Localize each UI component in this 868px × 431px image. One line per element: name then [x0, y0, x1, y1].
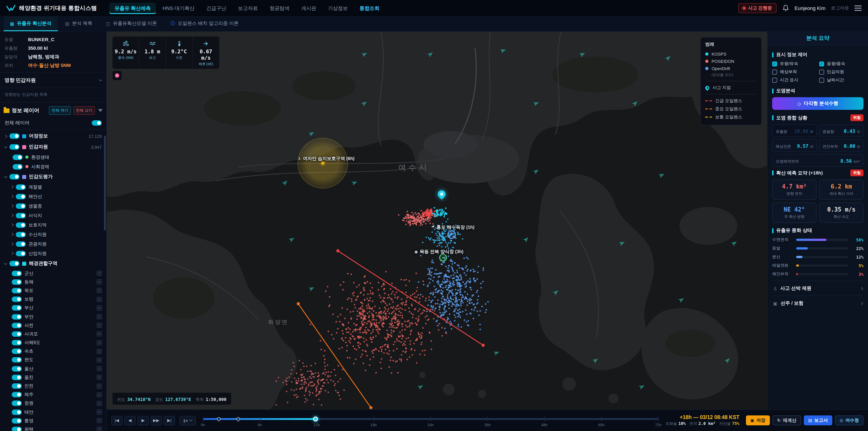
layer-toggle[interactable] — [13, 164, 23, 169]
station-row-인천[interactable]: 인천 — [0, 382, 106, 390]
station-row-보령[interactable]: 보령 — [0, 295, 106, 304]
station-row-태안[interactable]: 태안 — [0, 408, 106, 416]
layer-toggle[interactable] — [12, 401, 22, 406]
layer-toggle[interactable] — [12, 366, 22, 371]
layer-toggle[interactable] — [12, 418, 22, 424]
station-locate-button[interactable] — [97, 323, 102, 328]
layer-item-생물종[interactable]: 생물종 — [0, 201, 106, 211]
station-locate-button[interactable] — [97, 401, 102, 406]
incident-status-badge[interactable]: 사고 진행중 — [738, 3, 776, 13]
speed-selector[interactable]: 1× — [180, 415, 196, 425]
menu-item-보고자료[interactable]: 보고자료 — [233, 2, 263, 14]
재계산-button[interactable]: ↻재계산 — [773, 415, 801, 425]
display-option-예상부착[interactable]: 예상부착 — [772, 69, 816, 75]
station-locate-button[interactable] — [97, 349, 102, 354]
layer-toggle[interactable] — [12, 297, 22, 302]
layer-item-산업자원[interactable]: 산업자원 — [0, 249, 106, 258]
보고서-button[interactable]: ▤보고서 — [804, 415, 832, 425]
layer-group-해경관할구역[interactable]: 해경관할구역 — [0, 258, 106, 269]
layer-toggle[interactable] — [12, 357, 22, 363]
layer-group-민감자원[interactable]: 민감자원3,947 — [0, 142, 106, 152]
station-row-목포[interactable]: 목포 — [0, 286, 106, 295]
display-option-시간 표시[interactable]: 시간 표시 — [772, 77, 816, 83]
all-layers-on-button[interactable]: 전체 켜기 — [49, 106, 71, 115]
layer-item-해안선[interactable]: 해안선 — [0, 192, 106, 201]
beach-marker[interactable] — [447, 230, 456, 239]
layer-toggle[interactable] — [16, 213, 26, 218]
layer-group-민감도평가[interactable]: 민감도평가 — [0, 171, 106, 182]
layer-item-계절별[interactable]: 계절별 — [0, 182, 106, 192]
vessel-spec-section[interactable]: ⚓ 사고 선박 제원 — [772, 281, 864, 296]
station-locate-button[interactable] — [97, 297, 102, 302]
station-locate-button[interactable] — [97, 383, 102, 389]
station-row-완도[interactable]: 완도 — [0, 356, 106, 364]
farm-marker[interactable] — [439, 254, 447, 262]
layer-toggle[interactable] — [12, 271, 22, 276]
tab-오일펜스 배치 알고리즘 이론[interactable]: ⓘ오일펜스 배치 알고리즘 이론 — [164, 17, 245, 31]
layer-toggle[interactable] — [12, 340, 22, 345]
layer-toggle[interactable] — [12, 409, 22, 415]
station-row-서귀포[interactable]: 서귀포 — [0, 330, 106, 338]
menu-item-유출유 확산예측[interactable]: 유출유 확산예측 — [110, 2, 156, 14]
station-row-평택[interactable]: 평택 — [0, 425, 106, 431]
sidebar-scrollbar[interactable] — [104, 135, 106, 230]
filter-icon[interactable] — [98, 109, 103, 112]
app-logo[interactable]: 해양환경 위기대응 통합시스템 — [6, 4, 97, 12]
station-row-동해[interactable]: 동해 — [0, 278, 106, 286]
tab-유출유확산모델 이론[interactable]: ◫유출유확산모델 이론 — [100, 17, 163, 31]
layer-toggle[interactable] — [12, 349, 22, 354]
display-option-민감자원[interactable]: 민감자원 — [819, 69, 864, 75]
station-locate-button[interactable] — [97, 358, 102, 363]
station-locate-button[interactable] — [97, 306, 102, 311]
layer-toggle[interactable] — [16, 203, 26, 209]
station-row-울진[interactable]: 울진 — [0, 373, 106, 382]
station-locate-button[interactable] — [97, 427, 102, 431]
layer-item-보호지역[interactable]: 보호지역 — [0, 220, 106, 229]
sensitive-resource-toggle[interactable] — [112, 70, 122, 81]
layer-item-관광자원[interactable]: 관광자원 — [0, 239, 106, 249]
layer-toggle[interactable] — [13, 154, 23, 160]
layer-toggle[interactable] — [16, 241, 26, 247]
layer-toggle[interactable] — [16, 251, 26, 256]
station-row-군산[interactable]: 군산 — [0, 269, 106, 278]
layer-toggle[interactable] — [16, 232, 26, 237]
layer-item-수산자원[interactable]: 수산자원 — [0, 229, 106, 239]
저장-button[interactable]: ▣저장 — [746, 415, 770, 425]
layer-toggle[interactable] — [12, 427, 22, 431]
station-row-울산[interactable]: 울산 — [0, 364, 106, 373]
layer-toggle[interactable] — [16, 222, 26, 227]
menu-item-HNS·대기확산[interactable]: HNS·대기확산 — [158, 2, 199, 14]
station-row-부산[interactable]: 부산 — [0, 304, 106, 312]
tab-분석 목록[interactable]: ▤분석 목록 — [59, 17, 99, 31]
impact-section-header[interactable]: 영향 민감자원 — [0, 73, 106, 88]
menu-item-긴급구난[interactable]: 긴급구난 — [202, 2, 231, 14]
station-row-제주[interactable]: 제주 — [0, 390, 106, 399]
layer-toggle[interactable] — [12, 375, 22, 380]
layer-toggle[interactable] — [9, 133, 20, 139]
display-option-날짜시간[interactable]: 날짜시간 — [819, 77, 864, 83]
map[interactable]: 여수시화양면 ⚓ 여자만 습지보호구역 (6h) ☂ 홍포 해수욕장 (1h) — [107, 32, 767, 409]
notification-bell-icon[interactable] — [782, 4, 789, 12]
logout-button[interactable]: 로그아웃 — [831, 5, 849, 11]
user-name[interactable]: Eunjeong Kim — [795, 5, 826, 11]
menu-item-기상정보[interactable]: 기상정보 — [323, 2, 353, 14]
layer-item-서식지[interactable]: 서식지 — [0, 211, 106, 220]
layer-toggle[interactable] — [9, 174, 20, 180]
layer-toggle[interactable] — [12, 383, 22, 389]
polygon-analysis-button[interactable]: ◇ 다각형 분석수행 — [772, 97, 864, 110]
layer-toggle[interactable] — [12, 392, 22, 397]
station-locate-button[interactable] — [97, 332, 102, 337]
fence-deploy-marker[interactable] — [216, 416, 221, 422]
station-locate-button[interactable] — [97, 366, 102, 371]
playback-fast-forward-button[interactable]: ▶▶ — [151, 415, 162, 425]
station-row-서해5도[interactable]: 서해5도 — [0, 338, 106, 347]
playback-step-back-button[interactable]: ◀ — [124, 415, 135, 425]
station-locate-button[interactable] — [97, 409, 102, 414]
layer-toggle[interactable] — [9, 144, 20, 150]
station-locate-button[interactable] — [97, 392, 102, 397]
playback-skip-end-button[interactable]: ▶| — [164, 415, 175, 425]
station-locate-button[interactable] — [97, 418, 102, 423]
menu-item-항공탐색[interactable]: 항공탐색 — [265, 2, 294, 14]
display-option-풍향/풍속[interactable]: ✓풍향/풍속 — [819, 61, 864, 67]
all-layers-off-button[interactable]: 전체 끄기 — [73, 106, 95, 115]
